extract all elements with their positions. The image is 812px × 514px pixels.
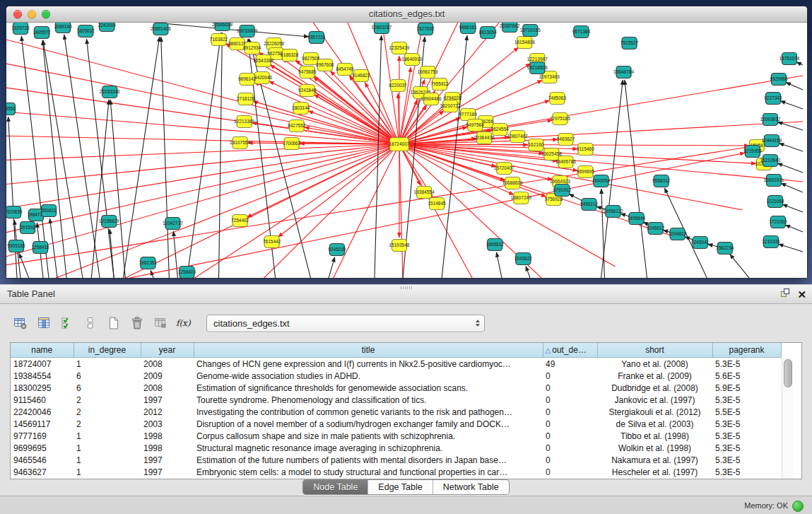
table-cell[interactable]: 6: [73, 382, 141, 394]
table-cell[interactable]: Disruption of a novel member of a sodium…: [194, 418, 543, 430]
table-cell[interactable]: 5.3E-5: [712, 466, 781, 478]
delete-table-button[interactable]: [150, 314, 171, 332]
graph-edge[interactable]: [778, 244, 803, 252]
table-cell[interactable]: 5.3E-5: [712, 430, 781, 442]
table-cell[interactable]: 2009: [141, 370, 194, 382]
graph-node[interactable]: 1721063: [769, 216, 787, 228]
graph-node[interactable]: 9245035: [328, 244, 346, 256]
column-header-name[interactable]: name: [11, 343, 73, 358]
graph-node[interactable]: 15692931: [763, 175, 784, 187]
graph-node[interactable]: 10719155: [520, 25, 541, 37]
table-cell[interactable]: 5.3E-5: [712, 394, 781, 406]
graph-node[interactable]: 20891406: [151, 23, 171, 35]
table-cell[interactable]: 1997: [141, 466, 194, 478]
graph-edge[interactable]: [190, 144, 399, 278]
table-cell[interactable]: 5.5E-5: [712, 406, 781, 418]
table-cell[interactable]: 1: [73, 454, 141, 466]
table-cell[interactable]: 5.3E-5: [712, 454, 781, 466]
graph-node[interactable]: 9466161: [459, 23, 477, 34]
table-cell[interactable]: Estimation of significance thresholds fo…: [194, 382, 543, 394]
graph-node[interactable]: 9227343: [764, 93, 782, 105]
table-row[interactable]: 969969511998Structural magnetic resonanc…: [11, 442, 781, 454]
table-cell[interactable]: Stergiakouli et al. (2012): [597, 406, 712, 418]
table-cell[interactable]: 1: [73, 466, 141, 478]
graph-node[interactable]: 16033809: [237, 25, 257, 37]
table-cell[interactable]: 2: [73, 418, 141, 430]
graph-node[interactable]: 1405572: [33, 27, 51, 39]
table-cell[interactable]: 2003: [141, 418, 194, 430]
graph-node[interactable]: 162160: [528, 139, 543, 151]
graph-edge[interactable]: [777, 122, 803, 130]
graph-node[interactable]: 8427552: [288, 120, 306, 132]
table-cell[interactable]: 1: [73, 430, 141, 442]
graph-node[interactable]: 15720407: [494, 163, 514, 175]
graph-node[interactable]: 16210643: [760, 155, 780, 167]
tab-network-table[interactable]: Network Table: [433, 480, 509, 494]
graph-edge[interactable]: [49, 218, 57, 278]
graph-edge[interactable]: [526, 266, 530, 278]
graph-node[interactable]: 2967608: [316, 59, 334, 71]
table-cell[interactable]: 5.3E-5: [712, 442, 781, 454]
graph-node[interactable]: 1640954: [592, 175, 611, 187]
graph-edge[interactable]: [6, 144, 399, 259]
graph-node[interactable]: 16648784: [613, 66, 634, 78]
graph-edge[interactable]: [332, 144, 399, 278]
column-header-outde[interactable]: △out_de…: [543, 343, 597, 358]
graph-node[interactable]: 8813054: [479, 27, 498, 39]
graph-node[interactable]: 1094812: [669, 228, 687, 240]
table-cell[interactable]: 49: [543, 358, 597, 370]
graph-node[interactable]: 6791912: [553, 185, 572, 197]
table-cell[interactable]: 0: [543, 418, 597, 430]
graph-node[interactable]: 1221064: [766, 196, 784, 208]
graph-node[interactable]: 9463627: [557, 134, 575, 146]
table-cell[interactable]: 0: [543, 406, 597, 418]
table-cell[interactable]: Embryonic stem cells: a model to study s…: [194, 466, 543, 478]
graph-edge[interactable]: [8, 117, 17, 278]
graph-node[interactable]: 8215955: [743, 146, 762, 158]
graph-edge[interactable]: [625, 80, 647, 278]
table-row[interactable]: 1872400712008Changes of HCN gene express…: [11, 358, 781, 370]
graph-node[interactable]: 6497568: [466, 119, 485, 132]
graph-node[interactable]: 10958122: [603, 206, 623, 218]
graph-edge[interactable]: [399, 144, 403, 278]
graph-node[interactable]: 12444158: [761, 135, 782, 147]
table-cell[interactable]: 0: [543, 382, 597, 394]
table-row[interactable]: 2242004622012Investigating the contribut…: [11, 406, 781, 418]
table-cell[interactable]: 5.3E-5: [712, 358, 781, 370]
table-cell[interactable]: 5.6E-5: [712, 370, 781, 382]
graph-edge[interactable]: [161, 37, 170, 278]
graph-node[interactable]: 7857224: [307, 32, 326, 44]
graph-node[interactable]: 12093832: [760, 114, 780, 126]
graph-edge[interactable]: [730, 255, 750, 278]
graph-node[interactable]: 10688609: [502, 177, 523, 189]
graph-node[interactable]: 1895812: [486, 239, 505, 251]
graph-edge[interactable]: [399, 144, 473, 278]
graph-edge[interactable]: [780, 101, 803, 109]
graph-node[interactable]: 15193548: [389, 240, 410, 252]
table-cell[interactable]: 1998: [141, 442, 194, 454]
graph-node[interactable]: 20153346: [100, 86, 120, 98]
table-cell[interactable]: Investigating the contribution of common…: [194, 406, 543, 418]
float-panel-icon[interactable]: [780, 288, 790, 300]
graph-node[interactable]: 12042737: [163, 218, 183, 230]
graph-node[interactable]: 10807487: [507, 131, 528, 143]
graph-node[interactable]: 9456112: [580, 199, 598, 211]
graph-node[interactable]: 12975185: [550, 113, 570, 125]
tab-edge-table[interactable]: Edge Table: [367, 480, 432, 494]
graph-node[interactable]: 15751074: [779, 53, 799, 65]
graph-node[interactable]: 2718126: [237, 93, 255, 105]
scrollbar-thumb[interactable]: [784, 359, 792, 387]
table-cell[interactable]: 5.3E-5: [712, 418, 781, 430]
network-window-titlebar[interactable]: citations_edges.txt: [6, 6, 807, 23]
table-cell[interactable]: 2012: [141, 406, 194, 418]
graph-edge[interactable]: [151, 270, 153, 278]
table-cell[interactable]: 1: [73, 442, 141, 454]
graph-edge[interactable]: [496, 252, 502, 278]
table-cell[interactable]: 14569117: [11, 418, 73, 430]
graph-node[interactable]: 20364436: [474, 132, 495, 144]
graph-edge[interactable]: [796, 62, 803, 65]
graph-node[interactable]: 3624554: [491, 124, 510, 136]
table-cell[interactable]: Nakamura et al. (1997): [597, 454, 712, 466]
graph-node[interactable]: 19904486: [421, 93, 442, 105]
graph-node[interactable]: 7254402: [231, 215, 249, 227]
